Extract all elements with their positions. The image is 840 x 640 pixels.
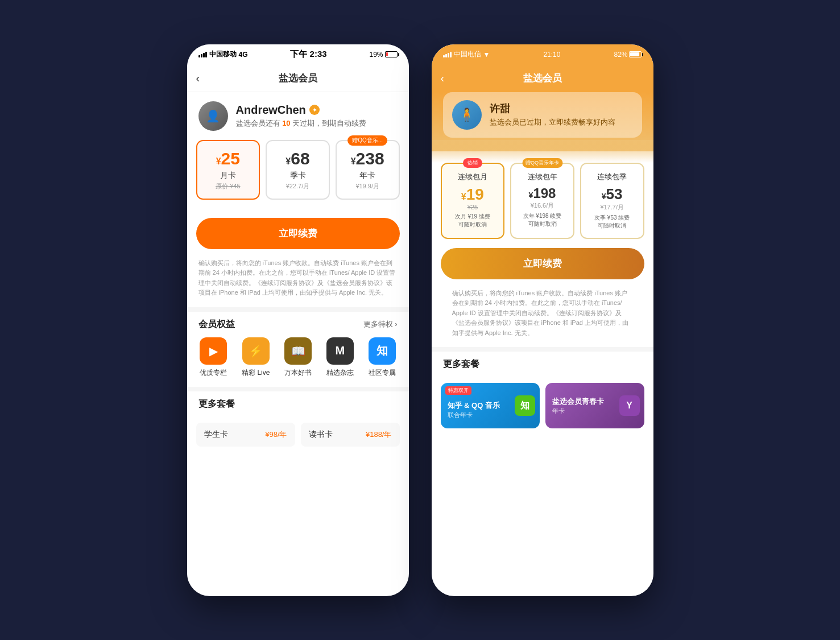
right-plan-monthly-sub: 次月 ¥19 续费可随时取消 bbox=[446, 213, 499, 229]
banner-zhihu-tag: 特惠双开 bbox=[445, 386, 471, 395]
banner-youth-title: 盐选会员青春卡 bbox=[552, 397, 604, 407]
back-button-right[interactable]: ‹ bbox=[441, 72, 445, 85]
benefit-column: ▶ 优质专栏 bbox=[200, 337, 227, 378]
network-icon: ▼ bbox=[483, 51, 490, 59]
plan-monthly-original: 原价 ¥45 bbox=[203, 182, 254, 191]
banner-zhihu-subtitle: 联合年卡 bbox=[448, 411, 500, 419]
status-bar-left: 中国移动 4G 下午 2:33 19% bbox=[187, 44, 409, 65]
sub-text-right: 盐选会员已过期，立即续费畅享好内容 bbox=[490, 117, 615, 127]
benefit-label-community: 社区专属 bbox=[369, 368, 396, 378]
user-info-right: 许甜 盐选会员已过期，立即续费畅享好内容 bbox=[490, 102, 615, 127]
divider-right bbox=[432, 347, 653, 352]
more-packages-header-right: 更多套餐 bbox=[432, 352, 653, 377]
benefit-icon-magazine: M bbox=[326, 337, 354, 365]
plan-yearly-gift-tag: 赠QQ音乐... bbox=[347, 135, 387, 146]
benefit-label-live: 精彩 Live bbox=[242, 368, 270, 378]
nav-bar-right: ‹ 盐选会员 bbox=[432, 65, 653, 92]
content-right: 🧍 许甜 盐选会员已过期，立即续费畅享好内容 热销 连续包月 ¥19 ¥25 次… bbox=[432, 92, 653, 596]
user-section-left: 👤 AndrewChen ✦ 盐选会员还有 10 天过期，到期自动续费 bbox=[187, 92, 409, 140]
hot-tag: 热销 bbox=[463, 158, 482, 168]
more-packages-right: 特惠双开 知乎 & QQ 音乐 联合年卡 知 盐选会员青春卡 年卡 Y bbox=[432, 383, 653, 437]
back-button-left[interactable]: ‹ bbox=[196, 72, 200, 85]
package-student-price: ¥98/年 bbox=[265, 430, 287, 440]
right-plans-row: 热销 连续包月 ¥19 ¥25 次月 ¥19 续费可随时取消 赠QQ音乐年卡 连… bbox=[441, 163, 644, 239]
right-plan-monthly[interactable]: 热销 连续包月 ¥19 ¥25 次月 ¥19 续费可随时取消 bbox=[441, 163, 505, 239]
benefits-header: 会员权益 更多特权 › bbox=[187, 312, 409, 337]
package-student[interactable]: 学生卡 ¥98/年 bbox=[196, 423, 295, 447]
right-plan-yearly-subprice: ¥16.6/月 bbox=[516, 201, 569, 210]
package-reading[interactable]: 读书卡 ¥188/年 bbox=[301, 423, 400, 447]
battery-right: 82% bbox=[614, 51, 642, 59]
username-left: AndrewChen ✦ bbox=[236, 104, 367, 117]
orange-header: 🧍 许甜 盐选会员已过期，立即续费畅享好内容 bbox=[432, 92, 653, 151]
right-plan-quarterly-price: ¥53 bbox=[586, 185, 639, 203]
network-type: 4G bbox=[239, 51, 248, 59]
benefits-title: 会员权益 bbox=[198, 319, 235, 331]
vip-badge-left: ✦ bbox=[309, 105, 320, 115]
signal-bars bbox=[198, 52, 207, 57]
plan-quarterly-price: ¥68 bbox=[272, 149, 323, 168]
cta-button-right[interactable]: 立即续费 bbox=[441, 248, 644, 279]
right-plan-monthly-original: ¥25 bbox=[446, 204, 499, 210]
more-packages-title-left: 更多套餐 bbox=[198, 398, 235, 410]
packages-banner-row: 特惠双开 知乎 & QQ 音乐 联合年卡 知 盐选会员青春卡 年卡 Y bbox=[441, 383, 644, 428]
plan-yearly-name: 年卡 bbox=[342, 171, 393, 181]
legal-text-left: 确认购买后，将向您的 iTunes 账户收款。自动续费 iTunes 账户会在到… bbox=[187, 258, 409, 307]
right-plan-yearly-name: 连续包年 bbox=[516, 172, 569, 182]
banner-zhihu-logo: 知 bbox=[515, 395, 535, 416]
banner-youth-text: 盐选会员青春卡 年卡 bbox=[552, 397, 604, 415]
right-plan-quarterly-subprice: ¥17.7/月 bbox=[586, 203, 639, 212]
avatar-left: 👤 bbox=[198, 101, 228, 131]
right-plan-yearly[interactable]: 赠QQ音乐年卡 连续包年 ¥198 ¥16.6/月 次年 ¥198 续费可随时取… bbox=[510, 163, 574, 239]
benefit-label-column: 优质专栏 bbox=[200, 368, 227, 378]
plan-yearly-price: ¥238 bbox=[342, 149, 393, 168]
plan-monthly[interactable]: ¥25 月卡 原价 ¥45 bbox=[196, 140, 260, 200]
banner-zhihu-qq[interactable]: 特惠双开 知乎 & QQ 音乐 联合年卡 知 bbox=[441, 383, 540, 428]
divider2-left bbox=[187, 387, 409, 391]
nav-bar-left: ‹ 盐选会员 bbox=[187, 65, 409, 92]
banner-zhihu-title: 知乎 & QQ 音乐 bbox=[448, 400, 500, 411]
package-reading-price: ¥188/年 bbox=[366, 430, 392, 440]
right-plan-quarterly[interactable]: 连续包季 ¥53 ¥17.7/月 次季 ¥53 续费可随时取消 bbox=[580, 163, 644, 239]
benefit-icon-community: 知 bbox=[369, 337, 396, 365]
page-title-left: 盐选会员 bbox=[279, 72, 317, 85]
plan-quarterly[interactable]: ¥68 季卡 ¥22.7/月 bbox=[266, 140, 330, 200]
right-plan-monthly-name: 连续包月 bbox=[446, 172, 499, 182]
plan-yearly[interactable]: 赠QQ音乐... ¥238 年卡 ¥19.9/月 bbox=[336, 140, 400, 200]
plan-quarterly-sub: ¥22.7/月 bbox=[272, 182, 323, 191]
benefit-magazine: M 精选杂志 bbox=[326, 337, 354, 378]
time-right: 21:10 bbox=[543, 51, 560, 59]
legal-text-right: 确认购买后，将向您的 iTunes 账户收款。自动续费 iTunes 账户会在到… bbox=[441, 288, 644, 348]
left-phone: 中国移动 4G 下午 2:33 19% ‹ 盐选会员 👤 AndrewChen … bbox=[187, 44, 409, 596]
gift-tag-yearly: 赠QQ音乐年卡 bbox=[522, 158, 562, 168]
carrier-right: 中国电信 bbox=[454, 49, 481, 59]
right-plan-quarterly-name: 连续包季 bbox=[586, 172, 639, 182]
right-plan-monthly-price: ¥19 bbox=[446, 185, 499, 204]
benefit-icon-column: ▶ bbox=[200, 337, 227, 365]
status-bar-right: 中国电信 ▼ 21:10 82% bbox=[432, 44, 653, 65]
username-right: 许甜 bbox=[490, 102, 615, 115]
benefit-label-books: 万本好书 bbox=[284, 368, 312, 378]
more-packages-title-right: 更多套餐 bbox=[443, 358, 479, 370]
plans-section-left: ¥25 月卡 原价 ¥45 ¥68 季卡 ¥22.7/月 赠QQ音乐... ¥2… bbox=[187, 140, 409, 209]
banner-youth[interactable]: 盐选会员青春卡 年卡 Y bbox=[545, 383, 644, 428]
avatar-right: 🧍 bbox=[452, 100, 482, 130]
more-packages-header: 更多套餐 bbox=[187, 391, 409, 417]
battery: 19% bbox=[369, 51, 397, 59]
benefit-icon-books: 📖 bbox=[284, 337, 312, 365]
benefit-live: ⚡ 精彩 Live bbox=[242, 337, 270, 378]
banner-zhihu-text: 知乎 & QQ 音乐 联合年卡 bbox=[448, 400, 500, 419]
plans-row-left: ¥25 月卡 原价 ¥45 ¥68 季卡 ¥22.7/月 赠QQ音乐... ¥2… bbox=[196, 140, 400, 200]
package-reading-name: 读书卡 bbox=[309, 430, 333, 440]
plan-quarterly-name: 季卡 bbox=[272, 171, 323, 181]
cta-button-left[interactable]: 立即续费 bbox=[196, 218, 400, 249]
right-plan-quarterly-sub: 次季 ¥53 续费可随时取消 bbox=[586, 214, 639, 230]
banner-youth-logo: Y bbox=[619, 395, 640, 416]
benefit-books: 📖 万本好书 bbox=[284, 337, 312, 378]
benefits-more[interactable]: 更多特权 › bbox=[363, 319, 398, 329]
user-info-left: AndrewChen ✦ 盐选会员还有 10 天过期，到期自动续费 bbox=[236, 104, 367, 129]
benefit-community: 知 社区专属 bbox=[369, 337, 396, 378]
carrier: 中国移动 bbox=[209, 49, 237, 59]
plan-monthly-name: 月卡 bbox=[203, 171, 254, 181]
plan-monthly-price: ¥25 bbox=[203, 149, 254, 168]
